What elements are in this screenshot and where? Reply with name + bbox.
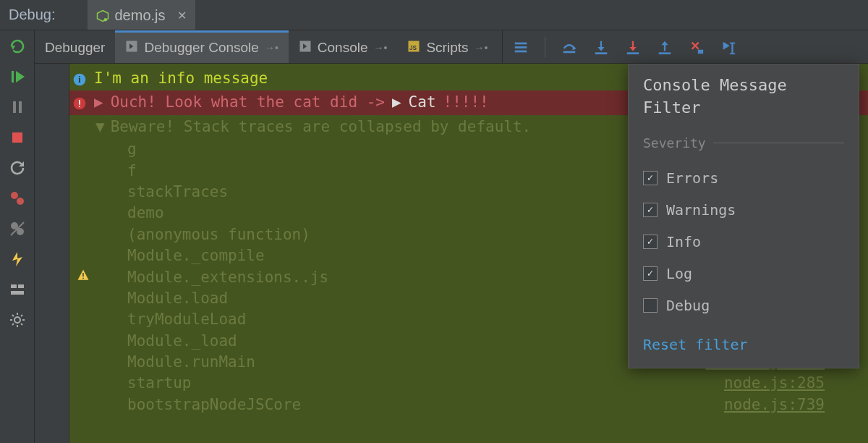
checkbox-icon[interactable] [643,266,658,281]
svg-rect-60 [82,273,84,277]
close-icon[interactable]: ✕ [171,9,187,22]
tab-debugger[interactable]: Debugger [35,30,115,63]
scratches-icon[interactable] [9,250,26,268]
reset-filter-link[interactable]: Reset filter [643,334,844,355]
debugger-tabs: Debugger Debugger Console →• Console →• … [35,30,868,64]
settings-icon[interactable] [9,311,26,329]
console-block-icon [299,40,312,56]
stack-location-link[interactable]: node.js:285 [724,373,825,394]
debugger-step-tools [502,30,746,63]
layout-icon[interactable] [9,281,26,298]
drop-frame-icon[interactable] [689,39,705,55]
filter-check-warnings[interactable]: Warnings [643,194,844,226]
pin-icon[interactable]: →• [265,42,278,54]
breakpoints-icon[interactable] [9,190,26,207]
expand-triangle-icon[interactable]: ▶ [392,92,401,113]
checkbox-icon[interactable] [643,235,658,249]
tab-console[interactable]: Console →• [289,30,398,63]
console-gutter [35,64,69,443]
filter-popup: Console Message Filter Severity ErrorsWa… [628,64,859,368]
stop-icon[interactable] [9,129,26,146]
tab-label: Console [318,40,368,56]
svg-rect-25 [515,42,527,44]
svg-point-10 [17,198,24,205]
error-icon [72,96,87,110]
svg-rect-16 [18,284,24,288]
tab-label: Scripts [426,40,468,56]
file-tab-label: demo.js [115,7,166,24]
tab-scripts[interactable]: JS Scripts →• [397,30,498,63]
mute-breakpoints-icon[interactable] [9,220,26,237]
left-toolbar [0,30,35,443]
rerun-icon[interactable] [9,38,26,55]
svg-marker-37 [662,41,668,45]
force-step-into-icon[interactable] [625,39,641,55]
show-frames-icon[interactable] [513,39,529,55]
stack-function: f [127,161,137,182]
svg-rect-61 [82,278,84,279]
filter-check-debug[interactable]: Debug [643,290,844,321]
resume-icon[interactable] [9,68,26,85]
step-over-icon[interactable] [561,39,577,55]
step-out-icon[interactable] [657,39,673,55]
filter-check-info[interactable]: Info [643,226,844,258]
stack-location-link[interactable]: node.js:739 [724,395,825,415]
svg-rect-38 [659,52,671,54]
filter-section: Severity [643,134,844,152]
svg-rect-41 [698,49,703,54]
svg-marker-42 [723,41,730,49]
checkbox-icon[interactable] [643,171,658,185]
info-icon: i [72,72,87,86]
tab-debugger-console[interactable]: Debugger Console →• [115,30,288,63]
stack-function: Module._extensions..js [127,267,328,288]
expand-triangle-icon[interactable]: ▶ [94,92,103,113]
refresh-icon[interactable] [9,159,26,177]
info-text: I'm an info message [94,68,268,89]
svg-rect-17 [11,291,24,295]
stack-function: bootstrapNodeJSCore [127,395,301,415]
collapse-triangle-icon[interactable]: ▼ [95,117,105,138]
filter-check-errors[interactable]: Errors [643,162,844,194]
stack-function: Module._compile [127,245,265,266]
debug-label: Debug: [4,7,66,23]
svg-marker-14 [12,252,22,266]
filter-title: Console Message Filter [643,75,844,119]
checkbox-icon[interactable] [643,203,658,217]
error-suffix: !!!!! [443,92,489,113]
svg-rect-3 [12,71,14,83]
svg-rect-27 [515,50,527,52]
pin-icon[interactable]: →• [374,42,388,54]
stack-function: stackTraces [127,182,228,203]
run-to-cursor-icon[interactable] [720,39,736,55]
svg-marker-28 [573,46,577,51]
filter-label: Errors [666,168,718,188]
console-output: i I'm an info message ▶ Ouch! Look what … [69,64,868,443]
error-text: Ouch! Look what the cat did -> [111,92,385,113]
nodejs-icon [96,9,109,22]
file-tab-demojs[interactable]: demo.js ✕ [88,0,195,30]
checkbox-icon[interactable] [643,298,658,313]
stack-trace-row: bootstrapNodeJSCorenode.js:739 [127,395,868,415]
stack-function: Module.load [127,288,228,309]
svg-rect-32 [595,52,608,54]
stack-function: demo [127,203,164,224]
filter-check-log[interactable]: Log [643,258,844,290]
pause-icon[interactable] [9,98,26,116]
error-object[interactable]: Cat [409,92,436,113]
stack-function: (anonymous function) [127,224,310,245]
top-bar: Debug: demo.js ✕ [0,0,868,30]
stack-function: tryModuleLoad [127,309,246,330]
svg-rect-29 [563,51,576,53]
svg-marker-2 [11,46,15,50]
svg-rect-6 [19,101,22,113]
js-file-icon: JS [407,40,420,56]
pin-icon[interactable]: →• [475,42,488,54]
tab-label: Debugger [45,40,105,56]
svg-rect-7 [12,132,22,143]
svg-rect-58 [79,106,80,107]
step-into-icon[interactable] [593,39,609,55]
tab-label: Debugger Console [144,40,258,56]
stack-function: Module.runMain [127,352,255,373]
stack-function: startup [127,373,192,394]
svg-rect-15 [11,284,17,288]
